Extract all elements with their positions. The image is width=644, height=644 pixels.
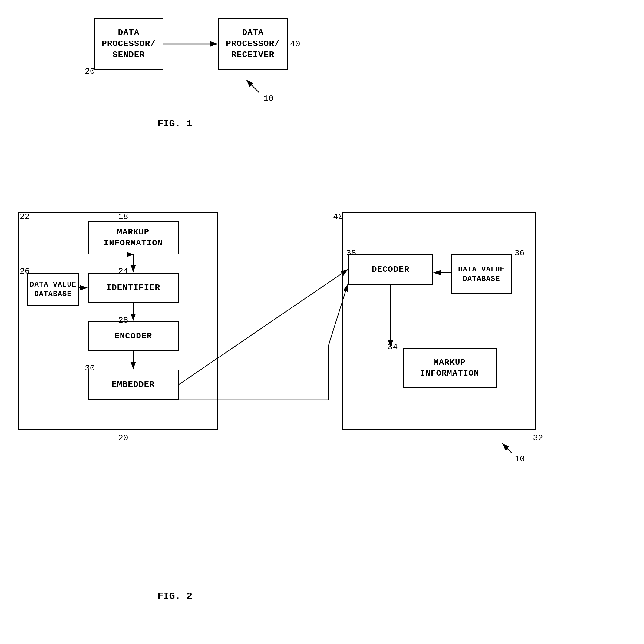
fig2-system-ref: 10 — [515, 454, 525, 464]
fig2-right-outer-box — [342, 212, 536, 430]
fig1-sender-ref: 20 — [85, 67, 95, 76]
fig2-encoder-box: ENCODER — [88, 321, 179, 352]
fig1-receiver-ref: 40 — [290, 39, 300, 49]
fig1-receiver-label: DATA PROCESSOR/ RECEIVER — [226, 27, 280, 60]
fig2-decoder-ref: 38 — [346, 248, 356, 258]
fig2-right-outer-ref: 40 — [333, 212, 343, 221]
fig2-embedder-ref: 30 — [85, 364, 95, 373]
fig2-decoder-label: DECODER — [372, 264, 410, 275]
fig2-markup-info-r-ref: 34 — [388, 342, 398, 352]
fig2-encoder-label: ENCODER — [114, 331, 152, 342]
fig2-markup-info-ref: 18 — [118, 212, 128, 221]
fig2-identifier-label: IDENTIFIER — [106, 282, 160, 293]
fig1-system-ref: 10 — [263, 94, 274, 103]
svg-line-5 — [247, 80, 259, 92]
fig1-receiver-box: DATA PROCESSOR/ RECEIVER — [218, 18, 288, 70]
fig2-data-value-db-box: DATA VALUE DATABASE — [27, 272, 79, 306]
fig2-identifier-box: IDENTIFIER — [88, 272, 179, 303]
fig2-data-value-db-label: DATA VALUE DATABASE — [30, 280, 76, 299]
fig2-data-value-db-ref: 26 — [20, 266, 30, 276]
fig2-markup-info-r-box: MARKUP INFORMATION — [403, 349, 497, 388]
fig2-left-system-ref: 20 — [118, 433, 128, 443]
fig1-caption: FIG. 1 — [157, 118, 192, 129]
fig2-embedder-label: EMBEDDER — [112, 379, 155, 390]
diagram-container: DATA PROCESSOR/ SENDER DATA PROCESSOR/ R… — [0, 0, 644, 644]
fig2-data-value-db-r-label: DATA VALUE DATABASE — [458, 265, 505, 283]
svg-line-14 — [503, 444, 512, 453]
fig2-data-value-db-r-ref: 36 — [514, 248, 525, 258]
fig2-left-outer-ref: 22 — [20, 212, 30, 221]
fig2-embedder-box: EMBEDDER — [88, 370, 179, 400]
fig1-sender-label: DATA PROCESSOR/ SENDER — [102, 27, 156, 60]
fig2-markup-info-label: MARKUP INFORMATION — [104, 227, 163, 249]
fig2-markup-info-r-label: MARKUP INFORMATION — [420, 357, 479, 379]
fig2-right-ref: 32 — [533, 433, 543, 443]
fig2-identifier-ref: 24 — [118, 266, 128, 276]
fig2-markup-info-box: MARKUP INFORMATION — [88, 221, 179, 254]
fig2-decoder-box: DECODER — [348, 254, 433, 285]
fig2-caption: FIG. 2 — [157, 591, 192, 602]
fig1-sender-box: DATA PROCESSOR/ SENDER — [94, 18, 163, 70]
fig2-encoder-ref: 28 — [118, 315, 128, 325]
fig2-data-value-db-r-box: DATA VALUE DATABASE — [451, 254, 512, 294]
